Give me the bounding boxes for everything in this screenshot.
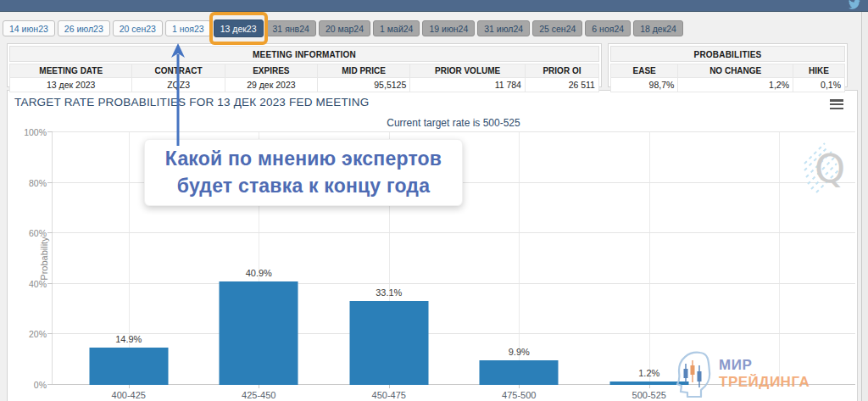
value-mid-price: 95,5125 [318,78,410,92]
value-prior-volume: 11 784 [410,78,526,92]
tab-wrap-12: 18 дек24 [633,20,683,36]
tab-meeting-4[interactable]: 13 дек23 [214,19,264,37]
probabilities-header-row: EASE NO CHANGE HIKE [610,64,845,78]
annotation-line-2: будет ставка к концу года [177,173,430,199]
meeting-information-value-row: 13 дек 2023 ZQZ3 29 дек 2023 95,5125 11 … [9,78,599,92]
tab-meeting-10[interactable]: 25 сен24 [532,20,582,36]
y-tick-label-40: 40% [14,279,47,289]
tab-wrap-9: 31 июл24 [477,20,530,36]
brand-watermark: МИР ТРЕЙДИНГА [672,350,810,398]
brand-name-line-1: МИР [719,357,810,374]
y-tick-label-100: 100% [14,127,47,137]
tab-meeting-6[interactable]: 20 мар24 [319,20,370,36]
quikstrike-q-watermark: Q [803,138,852,196]
tab-wrap-1: 26 июл23 [58,20,110,36]
tab-wrap-10: 25 сен24 [532,20,582,36]
meeting-information-title: MEETING INFORMATION [9,46,599,62]
y-tick-mark [47,182,53,183]
annotation-arrow-icon [168,42,188,146]
tab-wrap-5: 31 янв24 [266,20,316,36]
probabilities-value-row: 98,7% 1,2% 0,1% [610,78,845,92]
value-expires: 29 дек 2023 [225,78,318,92]
tab-meeting-11[interactable]: 6 ноя24 [585,20,631,36]
tab-wrap-7: 1 май24 [373,20,420,36]
meeting-date-tabs: 14 июн2326 июл2320 сен231 ноя2313 дек233… [3,19,683,37]
tab-meeting-8[interactable]: 19 июн24 [422,20,475,36]
tab-meeting-0[interactable]: 14 июн23 [3,20,55,36]
y-tick-label-20: 20% [14,329,47,339]
bar-475-500[interactable] [480,360,559,386]
tab-wrap-0: 14 июн23 [3,20,55,36]
tab-meeting-5[interactable]: 31 янв24 [266,20,316,36]
value-hike: 0,1% [793,78,845,92]
h-gridline-60 [53,232,855,233]
tab-meeting-12[interactable]: 18 дек24 [633,20,683,36]
y-axis-label: Probability [39,237,49,280]
bar-425-450[interactable] [220,281,298,385]
top-bar [0,0,868,12]
twitter-icon[interactable] [849,0,860,10]
bar-value-label-2: 33.1% [324,287,454,298]
svg-text:Q: Q [815,146,845,192]
x-category-label-1: 425-450 [194,390,325,400]
value-prior-oi: 26 511 [526,78,599,92]
tab-wrap-8: 19 июн24 [422,20,475,36]
tab-meeting-7[interactable]: 1 май24 [373,20,420,36]
value-no-change: 1,2% [678,78,793,92]
header-mid-price: MID PRICE [318,64,410,78]
tab-meeting-9[interactable]: 31 июл24 [477,20,530,36]
tab-meeting-1[interactable]: 26 июл23 [58,20,110,36]
bar-value-label-1: 40.9% [194,268,325,278]
annotation-card: Какой по мнению экспертов будет ставка к… [144,139,463,206]
h-gridline-40 [53,283,855,284]
chart-slot-4: 1.2%500-525 [584,132,715,385]
chart-slot-3: 9.9%475-500 [454,132,585,385]
header-prior-volume: PRIOR VOLUME [410,64,526,78]
tab-wrap-11: 6 ноя24 [585,20,631,36]
tab-meeting-2[interactable]: 20 сен23 [113,20,163,36]
chart-menu-icon[interactable] [830,99,843,109]
right-edge-strip [861,12,868,401]
y-tick-label-0: 0% [14,380,47,390]
bar-450-475[interactable] [349,301,428,385]
trader-head-icon [672,350,715,398]
bar-value-label-0: 14.9% [64,334,194,344]
y-tick-mark [47,333,53,334]
header-hike: HIKE [793,64,845,78]
y-tick-mark [47,283,53,284]
tab-wrap-3: 1 ноя23 [165,20,211,36]
header-ease: EASE [610,64,678,78]
x-category-label-3: 475-500 [454,390,585,400]
bar-value-label-3: 9.9% [454,347,585,357]
x-category-label-2: 450-475 [324,390,454,400]
x-category-label-0: 400-425 [64,390,194,400]
tab-wrap-4: 13 дек23 [214,19,264,37]
probabilities-title: PROBABILITIES [610,46,845,62]
meeting-information-panel: MEETING INFORMATION MEETING DATE CONTRAC… [7,43,602,87]
y-tick-mark [47,232,53,233]
tab-wrap-2: 20 сен23 [113,20,163,36]
header-expires: EXPIRES [225,64,318,78]
brand-name-line-2: ТРЕЙДИНГА [719,374,810,391]
meeting-information-header-row: MEETING DATE CONTRACT EXPIRES MID PRICE … [9,64,599,78]
annotation-line-1: Какой по мнению экспертов [165,146,442,172]
header-meeting-date: MEETING DATE [9,64,132,78]
probabilities-panel: PROBABILITIES EASE NO CHANGE HIKE 98,7% … [608,43,848,87]
value-ease: 98,7% [610,78,678,92]
tab-meeting-3[interactable]: 1 ноя23 [165,20,211,36]
y-tick-label-60: 60% [14,228,47,238]
header-prior-oi: PRIOR OI [526,64,599,78]
y-tick-mark [47,131,53,132]
value-meeting-date: 13 дек 2023 [9,78,132,92]
header-no-change: NO CHANGE [678,64,793,78]
y-tick-mark [47,384,53,385]
chart-title: TARGET RATE PROBABILITIES FOR 13 ДЕК 202… [14,96,369,109]
tab-wrap-6: 20 мар24 [319,20,370,36]
bar-400-425[interactable] [89,348,168,385]
y-tick-label-80: 80% [14,178,47,188]
